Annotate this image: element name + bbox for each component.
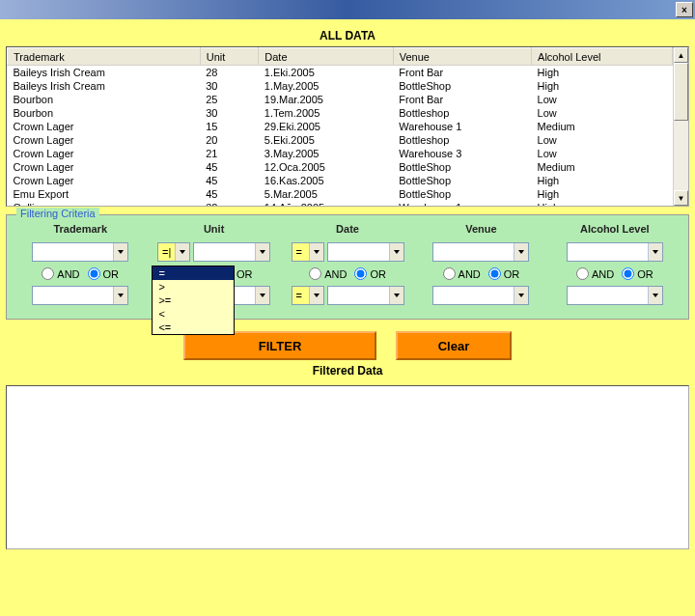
table-cell: Bottleshop: [393, 106, 531, 120]
chevron-down-icon[interactable]: [113, 243, 127, 261]
chevron-down-icon[interactable]: [514, 287, 528, 304]
filter-label-alcohol: Alcohol Level: [580, 223, 650, 235]
chevron-down-icon[interactable]: [175, 243, 189, 261]
button-row: FILTER Clear: [6, 331, 689, 360]
table-cell: Galliano: [8, 201, 201, 207]
date-op-select-2[interactable]: =: [292, 286, 324, 305]
trademark-and-radio[interactable]: AND: [42, 267, 79, 280]
scroll-track[interactable]: [674, 63, 688, 190]
filter-col-trademark: Trademark AND OR: [16, 223, 144, 305]
table-row[interactable]: Crown Lager205.Eki.2005BottleshopLow: [8, 133, 673, 147]
table-cell: Front Bar: [393, 93, 531, 106]
table-row[interactable]: Crown Lager4516.Kas.2005BottleShopHigh: [8, 174, 673, 187]
titlebar: ×: [0, 0, 695, 19]
table-row[interactable]: Galliano3214.Ağu.2005Warehouse 1High: [8, 201, 673, 207]
venue-select-2[interactable]: [432, 286, 529, 305]
unit-op-dropdown[interactable]: =>>=<<=: [152, 266, 235, 335]
table-cell: BottleShop: [393, 79, 531, 93]
dropdown-option[interactable]: <: [153, 307, 234, 321]
scroll-thumb[interactable]: [674, 63, 688, 121]
dropdown-option[interactable]: <=: [153, 321, 234, 334]
venue-andor: AND OR: [443, 267, 520, 280]
chevron-down-icon[interactable]: [648, 243, 662, 261]
table-cell: 16.Kas.2005: [259, 174, 394, 187]
chevron-down-icon[interactable]: [255, 287, 269, 304]
alcohol-select-2[interactable]: [567, 286, 663, 305]
close-button[interactable]: ×: [676, 2, 693, 17]
filtered-data-grid[interactable]: [6, 385, 689, 549]
chevron-down-icon[interactable]: [113, 287, 127, 304]
unit-op-select-1[interactable]: =|: [157, 242, 190, 262]
dropdown-option[interactable]: =: [153, 266, 234, 280]
table-row[interactable]: Crown Lager213.May.2005Warehouse 3Low: [8, 147, 673, 160]
data-table-scroll[interactable]: TrademarkUnitDateVenueAlcohol Level Bail…: [7, 47, 673, 206]
venue-select-1[interactable]: [432, 242, 529, 262]
filter-col-alcohol: Alcohol Level AND OR: [551, 223, 679, 305]
filter-button[interactable]: FILTER: [183, 331, 376, 360]
column-header[interactable]: Unit: [200, 48, 259, 66]
chevron-down-icon[interactable]: [514, 243, 528, 261]
trademark-andor: AND OR: [42, 267, 119, 280]
table-row[interactable]: Baileys Irish Cream281.Eki.2005Front Bar…: [8, 66, 673, 79]
scroll-up-button[interactable]: ▲: [674, 47, 688, 63]
table-cell: 5.Mar.2005: [259, 187, 394, 201]
venue-and-radio[interactable]: AND: [443, 267, 481, 280]
table-row[interactable]: Bourbon301.Tem.2005BottleshopLow: [8, 106, 673, 120]
table-cell: 19.Mar.2005: [259, 93, 394, 106]
venue-or-radio[interactable]: OR: [488, 267, 520, 280]
dropdown-option[interactable]: >: [153, 280, 234, 294]
chevron-down-icon[interactable]: [389, 243, 403, 261]
date-select-2[interactable]: [327, 286, 404, 305]
table-cell: Baileys Irish Cream: [8, 79, 201, 93]
date-select-1[interactable]: [327, 242, 404, 262]
table-cell: BottleShop: [393, 160, 531, 174]
table-cell: Crown Lager: [8, 133, 201, 147]
table-cell: 12.Oca.2005: [259, 160, 394, 174]
column-header[interactable]: Alcohol Level: [532, 48, 673, 66]
table-row[interactable]: Crown Lager1529.Eki.2005Warehouse 1Mediu…: [8, 120, 673, 133]
chevron-down-icon[interactable]: [255, 243, 269, 261]
table-row[interactable]: Emu Export455.Mar.2005BottleShopHigh: [8, 187, 673, 201]
alcohol-select-1[interactable]: [567, 242, 663, 262]
filtered-data-title: Filtered Data: [6, 360, 689, 381]
trademark-or-radio[interactable]: OR: [88, 267, 120, 280]
unit-select-1[interactable]: [193, 242, 270, 262]
table-cell: 20: [200, 133, 259, 147]
table-cell: Crown Lager: [8, 147, 201, 160]
table-cell: Low: [532, 133, 673, 147]
chevron-down-icon[interactable]: [309, 287, 323, 304]
filter-label-venue: Venue: [465, 223, 496, 235]
date-or-radio[interactable]: OR: [354, 267, 386, 280]
table-cell: Crown Lager: [8, 174, 201, 187]
chevron-down-icon[interactable]: [309, 243, 323, 261]
table-cell: 1.May.2005: [259, 79, 394, 93]
column-header[interactable]: Trademark: [8, 48, 201, 66]
table-cell: Warehouse 1: [393, 201, 531, 207]
table-cell: Crown Lager: [8, 160, 201, 174]
table-row[interactable]: Baileys Irish Cream301.May.2005BottleSho…: [8, 79, 673, 93]
table-cell: 45: [200, 160, 259, 174]
chevron-down-icon[interactable]: [389, 287, 403, 304]
scroll-down-button[interactable]: ▼: [674, 190, 688, 206]
column-header[interactable]: Date: [259, 48, 394, 66]
table-cell: Bourbon: [8, 106, 201, 120]
table-row[interactable]: Bourbon2519.Mar.2005Front BarLow: [8, 93, 673, 106]
trademark-select-1[interactable]: [32, 242, 128, 262]
date-and-radio[interactable]: AND: [309, 267, 347, 280]
column-header[interactable]: Venue: [393, 48, 531, 66]
clear-button[interactable]: Clear: [396, 331, 512, 360]
table-cell: High: [532, 174, 673, 187]
chevron-down-icon[interactable]: [648, 287, 662, 304]
table-cell: Medium: [532, 160, 673, 174]
table-cell: BottleShop: [393, 174, 531, 187]
table-cell: Bottleshop: [393, 133, 531, 147]
alcohol-and-radio[interactable]: AND: [576, 267, 614, 280]
date-op-select-1[interactable]: =: [292, 242, 324, 262]
dropdown-option[interactable]: >=: [153, 294, 234, 307]
close-icon: ×: [681, 5, 687, 15]
alcohol-or-radio[interactable]: OR: [622, 267, 653, 280]
table-cell: 15: [200, 120, 259, 133]
vertical-scrollbar[interactable]: ▲ ▼: [673, 47, 688, 206]
table-row[interactable]: Crown Lager4512.Oca.2005BottleShopMedium: [8, 160, 673, 174]
trademark-select-2[interactable]: [32, 286, 128, 305]
